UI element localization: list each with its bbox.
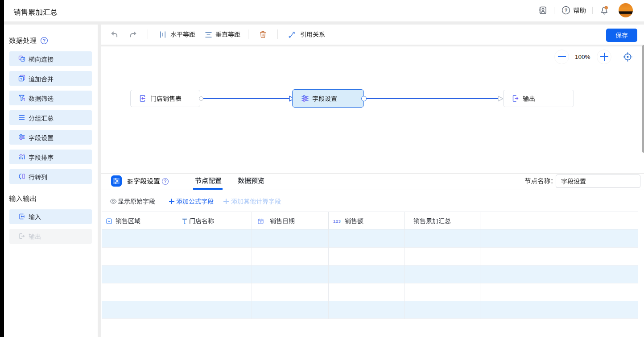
- svg-text:?: ?: [43, 38, 45, 43]
- svg-text:?: ?: [164, 179, 166, 184]
- svg-text:?: ?: [565, 8, 568, 13]
